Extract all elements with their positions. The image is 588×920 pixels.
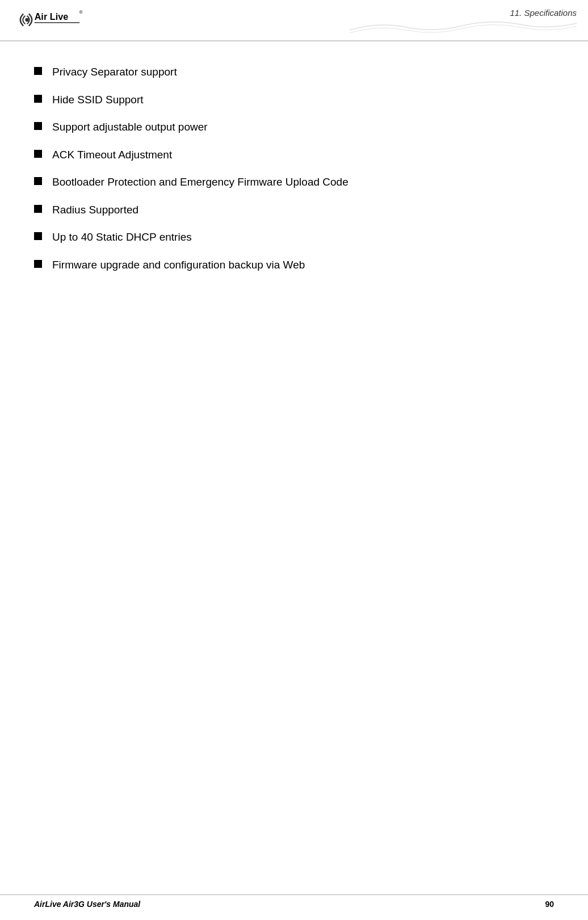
bullet-icon [34,67,42,75]
list-item: Firmware upgrade and configuration backu… [34,257,554,274]
list-item-text: Firmware upgrade and configuration backu… [52,257,305,274]
list-item-text: Privacy Separator support [52,64,177,81]
bullet-icon [34,95,42,103]
list-item: ACK Timeout Adjustment [34,147,554,163]
list-item: Privacy Separator support [34,64,554,81]
list-item: Radius Supported [34,202,554,219]
bullet-icon [34,260,42,268]
list-item: Support adjustable output power [34,119,554,136]
content-area: Privacy Separator support Hide SSID Supp… [0,41,588,307]
bullet-list: Privacy Separator support Hide SSID Supp… [34,64,554,273]
list-item: Hide SSID Support [34,92,554,108]
footer-page-number: 90 [545,900,554,909]
svg-point-0 [25,18,29,22]
logo-area: Air Live ® [11,6,85,34]
list-item: Up to 40 Static DHCP entries [34,229,554,246]
page-footer: AirLive Air3G User's Manual 90 [0,894,588,909]
header-right: 11. Specifications [350,6,577,36]
bullet-icon [34,177,42,185]
svg-text:®: ® [79,10,82,15]
bullet-icon [34,122,42,130]
list-item-text: Bootloader Protection and Emergency Firm… [52,174,348,191]
bullet-icon [34,232,42,240]
bullet-icon [34,150,42,158]
section-title: 11. Specifications [510,8,577,18]
list-item-text: Radius Supported [52,202,138,219]
footer-manual-title: AirLive Air3G User's Manual [34,900,140,909]
bullet-icon [34,205,42,213]
airlive-logo: Air Live ® [11,6,85,34]
list-item-text: ACK Timeout Adjustment [52,147,172,163]
svg-text:Air Live: Air Live [35,11,69,22]
list-item-text: Support adjustable output power [52,119,208,136]
list-item: Bootloader Protection and Emergency Firm… [34,174,554,191]
page-header: Air Live ® 11. Specifications [0,0,588,41]
list-item-text: Hide SSID Support [52,92,144,108]
wave-decoration [350,19,577,36]
list-item-text: Up to 40 Static DHCP entries [52,229,192,246]
